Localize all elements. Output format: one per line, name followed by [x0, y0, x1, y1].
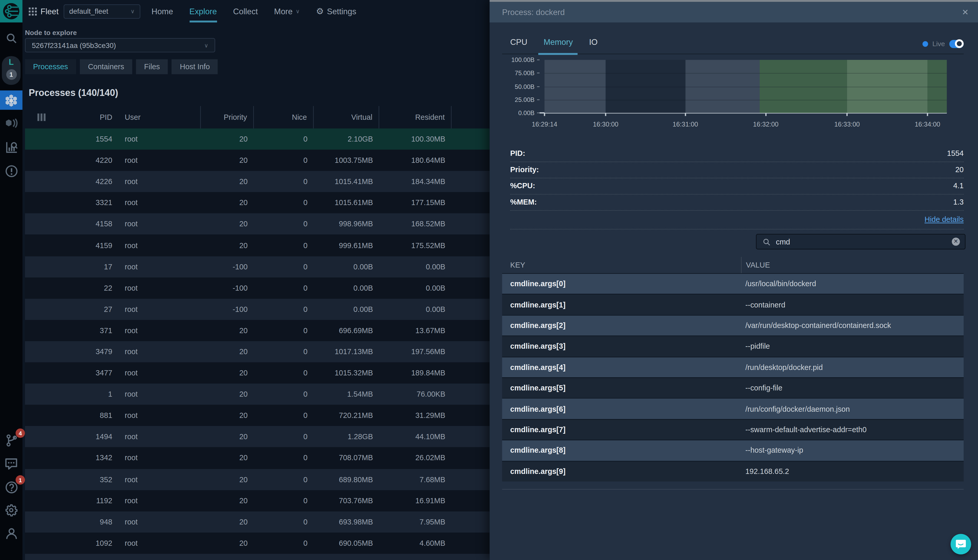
cell-user: root [118, 156, 201, 165]
netdata-logo[interactable] [0, 0, 23, 23]
process-detail-panel: Process: dockerd ✕ CPU Memory IO Live 0.… [490, 0, 978, 560]
sidebar-item-alerts[interactable] [0, 163, 23, 178]
sidebar-item-integrations[interactable]: 4 [0, 433, 23, 448]
top-bar: Fleet default_fleet ∨ Home Explore Colle… [23, 0, 490, 23]
panel-body: CPU Memory IO Live 0.00B25.00B50.00B75.0… [490, 37, 978, 490]
sidebar-item-metrics[interactable] [0, 140, 23, 155]
table-row[interactable]: 1494root2001.28GB44.10MB [25, 426, 490, 447]
node-select[interactable]: 5267f23141aa (95b3ce30) ∨ [25, 38, 215, 52]
hexagon-layers-icon [4, 117, 18, 130]
tab-memory[interactable]: Memory [543, 37, 573, 54]
col-header-resident[interactable]: Resident [379, 106, 452, 128]
cell-nice: 0 [254, 390, 314, 399]
cell-user: root [118, 220, 201, 229]
hide-details-link[interactable]: Hide details [925, 215, 964, 224]
close-icon[interactable]: ✕ [962, 8, 969, 17]
live-toggle[interactable] [949, 40, 963, 48]
kv-value: --pidfile [741, 342, 964, 351]
tab-containers[interactable]: Containers [80, 59, 132, 74]
metrics-explorer-icon [5, 140, 18, 154]
chart-plot-area[interactable]: 16:29:1416:30:0016:31:0016:32:0016:33:00… [545, 60, 947, 113]
nav-item-more[interactable]: More∨ [274, 0, 300, 23]
sidebar-item-nodes-active[interactable] [0, 90, 23, 110]
tab-host-info[interactable]: Host Info [172, 59, 218, 74]
gear-icon [4, 503, 18, 517]
kv-key: cmdline.args[9] [502, 467, 741, 476]
table-row[interactable]: 3477root2001015.32MB189.84MB [25, 362, 490, 384]
sidebar-item-profile[interactable] [0, 526, 23, 541]
table-row[interactable]: 948root200693.98MB7.95MB [25, 511, 490, 533]
sidebar-item-feedback[interactable] [0, 456, 23, 471]
cell-user: root [118, 539, 201, 548]
cell-priority: 20 [201, 177, 254, 186]
kv-row: cmdline.args[6]/run/config/docker/daemon… [502, 398, 964, 419]
clear-search-icon[interactable]: ✕ [952, 238, 960, 246]
table-row[interactable]: 22root-10000.00B0.00B [25, 277, 490, 299]
process-details-list: PID:1554Priority:20%CPU:4.1%MEM:1.3 [510, 146, 964, 211]
table-row[interactable]: 371root200696.69MB13.67MB [25, 320, 490, 341]
nav-item-explore[interactable]: Explore [189, 0, 217, 23]
tab-processes[interactable]: Processes [25, 59, 76, 74]
sidebar-item-settings[interactable] [0, 503, 23, 518]
cell-priority: 20 [201, 475, 254, 484]
app: L 1 [0, 0, 978, 560]
y-tick-mark [537, 113, 540, 113]
table-row[interactable]: 352root200689.80MB7.68MB [25, 469, 490, 490]
support-chat-button[interactable] [951, 534, 971, 554]
detail-row: %CPU:4.1 [510, 178, 964, 195]
tab-files[interactable]: Files [136, 59, 168, 74]
detail-row: %MEM:1.3 [510, 195, 964, 211]
kv-key: cmdline.args[1] [502, 300, 741, 309]
memory-chart[interactable]: 0.00B25.00B50.00B75.00B100.00B 16:29:141… [510, 60, 964, 135]
cell-user: root [118, 347, 201, 356]
cell-nice: 0 [254, 198, 314, 207]
table-row[interactable]: 4159root200999.61MB175.52MB [25, 235, 490, 256]
grid-dots-icon [29, 7, 37, 15]
table-row[interactable]: 4226root2001015.41MB184.34MB [25, 171, 490, 192]
table-row[interactable]: 4158root200998.96MB168.52MB [25, 213, 490, 235]
table-row[interactable]: 4220root2001003.75MB180.64MB [25, 150, 490, 171]
table-row[interactable]: 17root-10000.00B0.00B [25, 256, 490, 277]
cell-user: root [118, 177, 201, 186]
column-chooser-icon[interactable] [25, 106, 46, 128]
tab-io[interactable]: IO [589, 37, 598, 54]
search-icon [763, 238, 770, 245]
nav-item-collect[interactable]: Collect [233, 0, 258, 23]
processes-table-header: PID User Priority Nice Virtual Resident [25, 106, 490, 128]
nav-item-settings[interactable]: ⚙Settings [316, 0, 356, 23]
cell-resident: 175.52MB [379, 241, 452, 250]
table-row[interactable]: 881root200720.21MB31.29MB [25, 405, 490, 426]
sidebar-item-help[interactable]: 1 [0, 480, 23, 495]
cell-pid: 3321 [46, 198, 118, 207]
sidebar-item-k8s[interactable] [0, 116, 23, 131]
cell-user: root [118, 390, 201, 399]
cell-resident: 0.00B [379, 305, 452, 314]
col-header-nice[interactable]: Nice [254, 106, 314, 128]
kv-search-box[interactable]: ✕ [756, 234, 966, 249]
cell-virtual: 999.61MB [314, 241, 379, 250]
workspace-avatar[interactable]: L 1 [2, 56, 20, 85]
fleet-select[interactable]: default_fleet ∨ [63, 4, 140, 18]
table-row[interactable]: 3479root2001017.13MB197.56MB [25, 341, 490, 362]
x-tick-label: 16:31:00 [673, 120, 698, 128]
nav-item-home[interactable]: Home [152, 0, 173, 23]
processes-table: PID User Priority Nice Virtual Resident … [25, 106, 490, 560]
table-row[interactable]: 1554root2002.10GB100.30MB [25, 128, 490, 150]
col-header-priority[interactable]: Priority [201, 106, 254, 128]
horizontal-scrollbar[interactable] [490, 0, 978, 2]
tab-cpu[interactable]: CPU [510, 37, 527, 54]
kv-search-input[interactable] [775, 237, 947, 247]
cell-user: root [118, 241, 201, 250]
table-row[interactable]: 1192root200703.76MB16.91MB [25, 490, 490, 511]
col-header-pid[interactable]: PID [46, 106, 118, 128]
table-row[interactable]: 1342root200708.07MB26.02MB [25, 447, 490, 469]
table-row[interactable]: 27root-10000.00B0.00B [25, 299, 490, 320]
kv-value: --config-file [741, 384, 964, 393]
table-row[interactable]: 1092root200690.05MB4.60MB [25, 533, 490, 554]
table-row[interactable]: 1root2001.54MB76.00KB [25, 384, 490, 405]
col-header-virtual[interactable]: Virtual [314, 106, 379, 128]
cell-nice: 0 [254, 305, 314, 314]
sidebar-item-search[interactable] [0, 31, 23, 45]
col-header-user[interactable]: User [118, 106, 201, 128]
table-row[interactable]: 3321root2001015.61MB177.15MB [25, 192, 490, 213]
